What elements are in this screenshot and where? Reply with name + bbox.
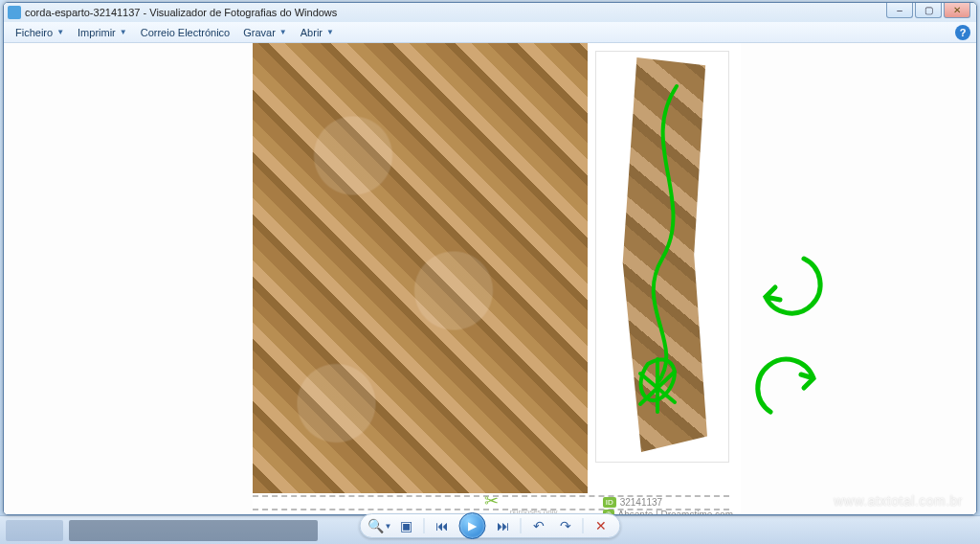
rope-strand-panel bbox=[595, 51, 729, 463]
close-button[interactable]: ✕ bbox=[944, 3, 970, 18]
separator bbox=[521, 518, 522, 533]
menu-burn[interactable]: Gravar ▼ bbox=[237, 25, 293, 40]
minimize-button[interactable]: – bbox=[886, 3, 913, 18]
menu-file-label: Ficheiro bbox=[15, 27, 53, 38]
chevron-down-icon: ▼ bbox=[56, 28, 64, 36]
chevron-down-icon: ▼ bbox=[120, 28, 127, 36]
window-controls: – ▢ ✕ bbox=[886, 3, 970, 18]
viewer-toolbar: 🔍▼ ▣ ⏮ ▶ ⏭ ↶ ↷ ✕ bbox=[360, 513, 621, 538]
menu-open-label: Abrir bbox=[301, 27, 323, 38]
maximize-button[interactable]: ▢ bbox=[915, 3, 942, 18]
next-button[interactable]: ⏭ bbox=[494, 516, 513, 535]
rope-photo bbox=[253, 43, 588, 493]
chevron-down-icon: ▼ bbox=[326, 28, 334, 36]
separator bbox=[583, 518, 584, 533]
close-icon: ✕ bbox=[953, 5, 961, 15]
delete-button[interactable]: ✕ bbox=[591, 516, 611, 535]
menu-print-label: Imprimir bbox=[78, 27, 116, 38]
green-annotation-overlay bbox=[619, 57, 707, 452]
green-circles-annotation bbox=[746, 244, 833, 438]
window-title: corda-esparto-32141137 - Visualizador de… bbox=[25, 7, 337, 18]
image-metadata: ID 32141137 © Absente | Dreamstime.com bbox=[603, 497, 733, 514]
play-slideshow-button[interactable]: ▶ bbox=[459, 512, 486, 539]
menu-email-label: Correio Electrónico bbox=[141, 27, 231, 38]
separator bbox=[424, 518, 425, 533]
chevron-down-icon: ▼ bbox=[279, 28, 287, 36]
taskbar-item[interactable] bbox=[6, 520, 63, 541]
zoom-button[interactable]: 🔍▼ bbox=[370, 516, 390, 535]
id-badge: ID bbox=[603, 497, 616, 508]
maximize-icon: ▢ bbox=[924, 5, 933, 15]
help-button[interactable]: ? bbox=[955, 25, 970, 40]
fit-button[interactable]: ▣ bbox=[397, 516, 416, 535]
app-icon bbox=[8, 6, 21, 19]
image-id: 32141137 bbox=[620, 497, 663, 508]
menu-open[interactable]: Abrir ▼ bbox=[295, 25, 340, 40]
menubar: Ficheiro ▼ Imprimir ▼ Correio Electrónic… bbox=[4, 22, 976, 43]
site-watermark: www.atxtotal.com.br bbox=[834, 493, 963, 509]
menu-burn-label: Gravar bbox=[243, 27, 276, 38]
menu-print[interactable]: Imprimir ▼ bbox=[72, 25, 133, 40]
menu-file[interactable]: Ficheiro ▼ bbox=[10, 25, 70, 40]
rotate-ccw-button[interactable]: ↶ bbox=[529, 516, 548, 535]
prev-button[interactable]: ⏮ bbox=[433, 516, 452, 535]
app-window: corda-esparto-32141137 - Visualizador de… bbox=[3, 2, 977, 515]
minimize-icon: – bbox=[897, 5, 902, 15]
scissors-icon: ✂ bbox=[484, 490, 499, 511]
titlebar[interactable]: corda-esparto-32141137 - Visualizador de… bbox=[4, 3, 976, 22]
menu-email[interactable]: Correio Electrónico bbox=[135, 25, 236, 40]
image-credit: Absente | Dreamstime.com bbox=[618, 510, 733, 514]
displayed-image: ✂ ID 32141137 © Absente | Dreamstime.com… bbox=[253, 43, 741, 514]
image-viewport: ✂ ID 32141137 © Absente | Dreamstime.com… bbox=[4, 43, 976, 514]
taskbar-item[interactable] bbox=[69, 520, 318, 541]
rotate-cw-button[interactable]: ↷ bbox=[556, 516, 575, 535]
chevron-down-icon: ▼ bbox=[385, 522, 392, 531]
